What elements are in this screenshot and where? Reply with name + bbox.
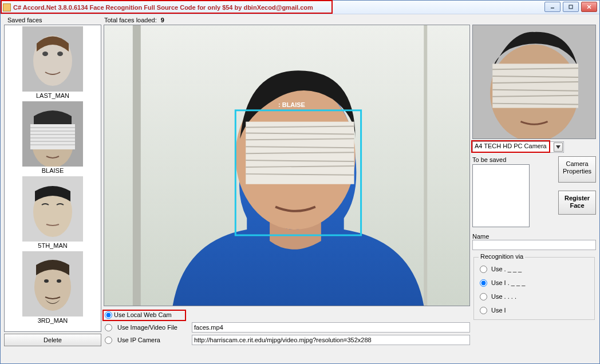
source-file-radio[interactable] (105, 324, 112, 331)
svg-point-7 (57, 52, 63, 56)
recognition-radio-1[interactable] (480, 279, 487, 287)
app-window: C# Accord.Net 3.8.0.6134 Face Recognitio… (0, 0, 600, 364)
list-item[interactable]: LAST_MAN (22, 26, 83, 99)
svg-point-6 (42, 52, 48, 56)
saved-faces-label: Saved faces (4, 17, 104, 23)
to-be-saved-preview (472, 164, 530, 227)
to-be-saved-label: To be saved (472, 156, 555, 163)
svg-rect-10 (30, 124, 75, 149)
list-item[interactable]: 3RD_MAN (22, 251, 83, 324)
total-faces-label: Total faces loaded: 9 (104, 17, 164, 23)
svg-rect-24 (133, 25, 141, 306)
svg-point-21 (44, 279, 49, 283)
svg-rect-1 (569, 5, 573, 9)
svg-point-22 (57, 279, 61, 283)
list-item[interactable]: BLAISE (22, 101, 83, 174)
name-label: Name (472, 233, 596, 240)
svg-rect-39 (492, 64, 578, 108)
source-ip-input[interactable] (192, 335, 470, 345)
source-ip-label: Use IP Camera (117, 337, 188, 343)
face-preview (472, 25, 596, 139)
source-webcam-label: Use Local Web Cam (114, 311, 172, 318)
recognition-radio-3[interactable] (480, 307, 487, 314)
name-input[interactable] (472, 240, 596, 250)
detected-name-overlay: : BLAISE (278, 101, 305, 108)
video-feed: : BLAISE (104, 25, 470, 306)
window-title: C# Accord.Net 3.8.0.6134 Face Recognitio… (13, 4, 313, 11)
face-thumb (22, 176, 83, 242)
recognition-group: Recognition via Use . _ _ _ Use I . _ _ … (473, 257, 595, 320)
svg-rect-25 (424, 25, 427, 306)
face-thumb (22, 26, 83, 92)
camera-selected-text: A4 TECH HD PC Camera (475, 143, 547, 149)
saved-faces-list[interactable]: LAST_MAN (4, 25, 101, 332)
camera-properties-button[interactable]: Camera Properties (558, 156, 596, 183)
source-webcam-radio[interactable] (105, 311, 112, 319)
camera-select[interactable]: A4 TECH HD PC Camera (472, 141, 564, 153)
app-icon (3, 3, 11, 11)
recognition-radio-2[interactable] (480, 293, 487, 300)
source-ip-radio[interactable] (105, 337, 112, 344)
list-item[interactable]: 5TH_MAN (22, 176, 83, 249)
maximize-button[interactable] (563, 2, 579, 12)
delete-button[interactable]: Delete (4, 334, 101, 346)
minimize-button[interactable] (544, 2, 560, 12)
recognition-legend: Recognition via (479, 253, 525, 260)
title-bar: C# Accord.Net 3.8.0.6134 Face Recognitio… (1, 1, 599, 14)
source-file-input[interactable] (192, 322, 470, 333)
recognition-radio-0[interactable] (480, 266, 487, 273)
close-button[interactable] (581, 2, 597, 12)
face-thumb (22, 101, 83, 167)
chevron-down-icon[interactable] (554, 143, 563, 152)
total-faces-count: 9 (161, 17, 164, 23)
register-face-button[interactable]: Register Face (558, 191, 596, 215)
face-thumb (22, 251, 83, 316)
source-file-label: Use Image/Video File (117, 324, 188, 331)
